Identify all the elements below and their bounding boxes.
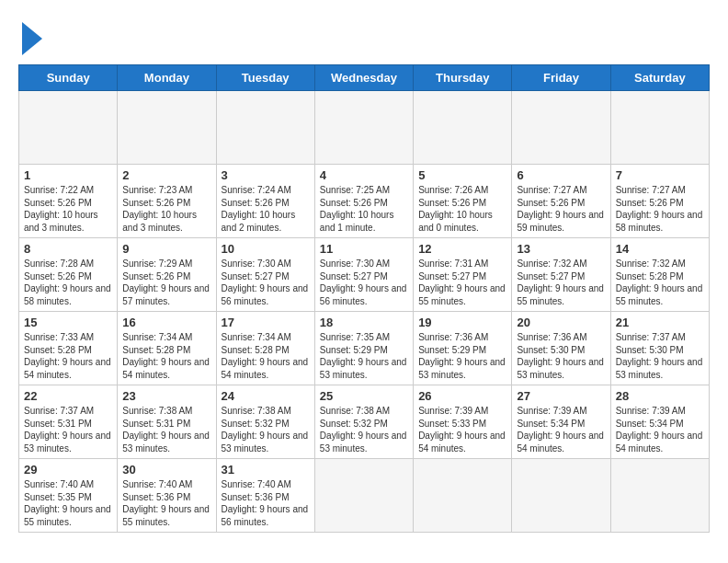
day-info: Sunrise: 7:38 AMSunset: 5:31 PMDaylight:…	[122, 405, 210, 454]
logo-arrow-icon	[22, 22, 42, 55]
calendar-cell: 19Sunrise: 7:36 AMSunset: 5:29 PMDayligh…	[414, 312, 512, 385]
day-info: Sunrise: 7:32 AMSunset: 5:27 PMDaylight:…	[517, 258, 605, 307]
day-header-wednesday: Wednesday	[314, 65, 413, 91]
calendar-cell: 22Sunrise: 7:37 AMSunset: 5:31 PMDayligh…	[19, 385, 118, 459]
day-number: 6	[517, 168, 605, 182]
calendar-cell: 16Sunrise: 7:34 AMSunset: 5:28 PMDayligh…	[118, 312, 216, 385]
day-number: 17	[222, 316, 310, 329]
day-number: 11	[320, 242, 408, 256]
calendar-cell	[414, 91, 512, 165]
day-info: Sunrise: 7:27 AMSunset: 5:26 PMDaylight:…	[616, 184, 704, 234]
day-info: Sunrise: 7:30 AMSunset: 5:27 PMDaylight:…	[320, 258, 408, 307]
calendar-week-2: 8Sunrise: 7:28 AMSunset: 5:26 PMDaylight…	[19, 238, 710, 312]
calendar-cell	[314, 459, 413, 533]
day-number: 25	[320, 389, 408, 403]
day-info: Sunrise: 7:23 AMSunset: 5:26 PMDaylight:…	[122, 184, 210, 234]
calendar-cell: 5Sunrise: 7:26 AMSunset: 5:26 PMDaylight…	[414, 165, 512, 238]
calendar-cell: 24Sunrise: 7:38 AMSunset: 5:32 PMDayligh…	[216, 385, 314, 459]
day-header-tuesday: Tuesday	[216, 65, 314, 91]
day-info: Sunrise: 7:32 AMSunset: 5:28 PMDaylight:…	[616, 258, 704, 307]
day-info: Sunrise: 7:38 AMSunset: 5:32 PMDaylight:…	[320, 405, 408, 454]
day-number: 18	[320, 316, 408, 329]
day-number: 20	[517, 316, 605, 329]
day-number: 12	[418, 242, 506, 256]
day-info: Sunrise: 7:40 AMSunset: 5:36 PMDaylight:…	[222, 478, 310, 528]
calendar-cell: 25Sunrise: 7:38 AMSunset: 5:32 PMDayligh…	[314, 385, 413, 459]
day-header-friday: Friday	[512, 65, 610, 91]
day-info: Sunrise: 7:39 AMSunset: 5:34 PMDaylight:…	[616, 405, 704, 454]
day-info: Sunrise: 7:28 AMSunset: 5:26 PMDaylight:…	[24, 258, 112, 307]
calendar-week-3: 15Sunrise: 7:33 AMSunset: 5:28 PMDayligh…	[19, 312, 710, 385]
day-info: Sunrise: 7:38 AMSunset: 5:32 PMDaylight:…	[222, 405, 310, 454]
calendar-cell: 27Sunrise: 7:39 AMSunset: 5:34 PMDayligh…	[512, 385, 610, 459]
calendar-cell	[610, 91, 709, 165]
calendar-cell: 28Sunrise: 7:39 AMSunset: 5:34 PMDayligh…	[610, 385, 709, 459]
calendar-cell	[216, 91, 314, 165]
calendar-cell: 1Sunrise: 7:22 AMSunset: 5:26 PMDaylight…	[19, 165, 118, 238]
day-number: 19	[418, 316, 506, 329]
day-number: 28	[616, 389, 704, 403]
day-number: 16	[122, 316, 210, 329]
calendar-cell: 10Sunrise: 7:30 AMSunset: 5:27 PMDayligh…	[216, 238, 314, 312]
day-info: Sunrise: 7:39 AMSunset: 5:33 PMDaylight:…	[418, 405, 506, 454]
day-info: Sunrise: 7:26 AMSunset: 5:26 PMDaylight:…	[418, 184, 506, 234]
day-number: 4	[320, 168, 408, 182]
calendar-cell: 18Sunrise: 7:35 AMSunset: 5:29 PMDayligh…	[314, 312, 413, 385]
calendar-cell	[118, 91, 216, 165]
calendar-cell: 7Sunrise: 7:27 AMSunset: 5:26 PMDaylight…	[610, 165, 709, 238]
day-info: Sunrise: 7:33 AMSunset: 5:28 PMDaylight:…	[24, 331, 112, 381]
calendar-table: SundayMondayTuesdayWednesdayThursdayFrid…	[18, 64, 710, 533]
day-info: Sunrise: 7:24 AMSunset: 5:26 PMDaylight:…	[222, 184, 310, 234]
calendar-cell	[512, 91, 610, 165]
day-info: Sunrise: 7:37 AMSunset: 5:31 PMDaylight:…	[24, 405, 112, 454]
calendar-cell: 12Sunrise: 7:31 AMSunset: 5:27 PMDayligh…	[414, 238, 512, 312]
day-number: 26	[418, 389, 506, 403]
day-info: Sunrise: 7:27 AMSunset: 5:26 PMDaylight:…	[517, 184, 605, 234]
day-info: Sunrise: 7:34 AMSunset: 5:28 PMDaylight:…	[122, 331, 210, 381]
day-number: 21	[616, 316, 704, 329]
calendar-cell: 8Sunrise: 7:28 AMSunset: 5:26 PMDaylight…	[19, 238, 118, 312]
day-number: 3	[222, 168, 310, 182]
calendar-week-0	[19, 91, 710, 165]
calendar-cell: 15Sunrise: 7:33 AMSunset: 5:28 PMDayligh…	[19, 312, 118, 385]
day-number: 1	[24, 168, 112, 182]
day-info: Sunrise: 7:39 AMSunset: 5:34 PMDaylight:…	[517, 405, 605, 454]
calendar-cell: 20Sunrise: 7:36 AMSunset: 5:30 PMDayligh…	[512, 312, 610, 385]
day-info: Sunrise: 7:36 AMSunset: 5:30 PMDaylight:…	[517, 331, 605, 381]
calendar-cell: 3Sunrise: 7:24 AMSunset: 5:26 PMDaylight…	[216, 165, 314, 238]
calendar-week-5: 29Sunrise: 7:40 AMSunset: 5:35 PMDayligh…	[19, 459, 710, 533]
logo	[18, 18, 42, 55]
calendar-cell: 31Sunrise: 7:40 AMSunset: 5:36 PMDayligh…	[216, 459, 314, 533]
day-info: Sunrise: 7:31 AMSunset: 5:27 PMDaylight:…	[418, 258, 506, 307]
calendar-cell: 26Sunrise: 7:39 AMSunset: 5:33 PMDayligh…	[414, 385, 512, 459]
day-number: 30	[122, 463, 210, 477]
day-number: 9	[122, 242, 210, 256]
day-number: 24	[222, 389, 310, 403]
day-header-thursday: Thursday	[414, 65, 512, 91]
calendar-week-1: 1Sunrise: 7:22 AMSunset: 5:26 PMDaylight…	[19, 165, 710, 238]
calendar-cell: 13Sunrise: 7:32 AMSunset: 5:27 PMDayligh…	[512, 238, 610, 312]
calendar-cell	[512, 459, 610, 533]
day-number: 2	[122, 168, 210, 182]
day-info: Sunrise: 7:40 AMSunset: 5:35 PMDaylight:…	[24, 478, 112, 528]
calendar-cell: 6Sunrise: 7:27 AMSunset: 5:26 PMDaylight…	[512, 165, 610, 238]
day-number: 14	[616, 242, 704, 256]
calendar-cell: 11Sunrise: 7:30 AMSunset: 5:27 PMDayligh…	[314, 238, 413, 312]
calendar-cell: 17Sunrise: 7:34 AMSunset: 5:28 PMDayligh…	[216, 312, 314, 385]
day-number: 13	[517, 242, 605, 256]
calendar-cell: 23Sunrise: 7:38 AMSunset: 5:31 PMDayligh…	[118, 385, 216, 459]
day-info: Sunrise: 7:35 AMSunset: 5:29 PMDaylight:…	[320, 331, 408, 381]
calendar-cell	[414, 459, 512, 533]
page-header	[18, 18, 710, 55]
day-number: 27	[517, 389, 605, 403]
calendar-cell: 4Sunrise: 7:25 AMSunset: 5:26 PMDaylight…	[314, 165, 413, 238]
calendar-cell: 21Sunrise: 7:37 AMSunset: 5:30 PMDayligh…	[610, 312, 709, 385]
day-number: 22	[24, 389, 112, 403]
day-number: 15	[24, 316, 112, 329]
day-info: Sunrise: 7:22 AMSunset: 5:26 PMDaylight:…	[24, 184, 112, 234]
day-number: 5	[418, 168, 506, 182]
calendar-cell: 9Sunrise: 7:29 AMSunset: 5:26 PMDaylight…	[118, 238, 216, 312]
day-header-monday: Monday	[118, 65, 216, 91]
day-info: Sunrise: 7:34 AMSunset: 5:28 PMDaylight:…	[222, 331, 310, 381]
day-number: 31	[222, 463, 310, 477]
